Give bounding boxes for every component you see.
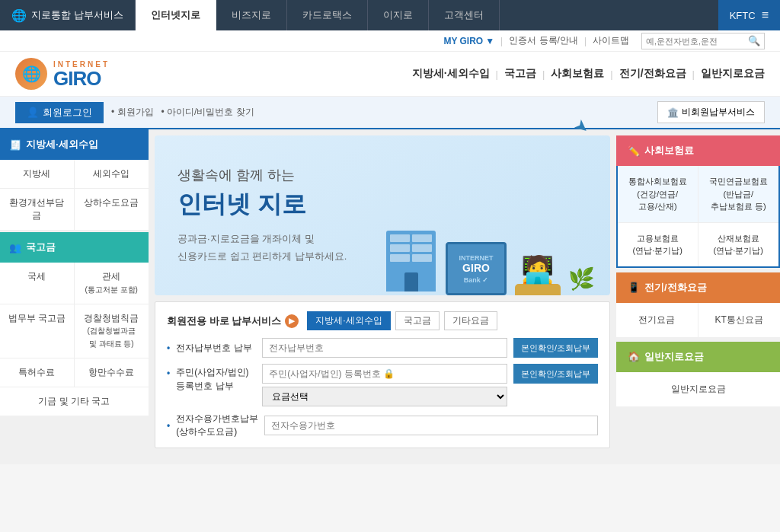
tab-internet-giro[interactable]: 인터넷지로: [136, 0, 216, 30]
sidebar-item-env[interactable]: 환경개선부담금: [0, 189, 75, 230]
sidebar-item-customs[interactable]: 관세(통고처분 포함): [75, 263, 149, 304]
sep4: |: [692, 68, 695, 80]
tab-egiro[interactable]: 이지로: [368, 0, 429, 30]
label-consumer: 전자수용가변호납부(상하수도요금): [176, 413, 258, 438]
giro-globe-icon: 🌐: [15, 58, 47, 90]
payment-row-3: • 전자수용가변호납부(상하수도요금): [167, 413, 598, 438]
arrow-circle-icon: ▶: [285, 314, 299, 328]
tab-cardrotax[interactable]: 카드로택스: [287, 0, 368, 30]
right-item-kt[interactable]: KT통신요금: [698, 303, 781, 337]
search-box[interactable]: 🔍: [641, 33, 765, 49]
resident-inputs: 요금선택: [262, 364, 507, 406]
bullet2: •: [167, 364, 170, 378]
logo-text: 지로통합 납부서비스: [31, 8, 123, 22]
confirm-btn-1[interactable]: 본인확인/조회납부: [513, 338, 598, 358]
sep1: |: [496, 68, 498, 80]
phone-icon: 📱: [628, 282, 640, 293]
right-grid-electricity: 전기요금 KT통신요금: [616, 303, 780, 337]
right-item-general-giro[interactable]: 일반지로요금: [616, 372, 780, 406]
logo-area: 🌐 INTERNET GIRO: [15, 58, 110, 90]
menu-social[interactable]: 사회보험료: [551, 67, 604, 81]
payment-tabs-row: 회원전용 바로 납부서비스 ▶ 지방세·세외수입 국고금 기타요금: [167, 311, 598, 330]
find-id-link[interactable]: • 아이디/비밀번호 찾기: [161, 106, 254, 119]
join-link[interactable]: • 회원가입: [111, 106, 154, 119]
giro-label: GIRO: [53, 68, 110, 88]
right-sidebar: ➤ ✏️ 사회보험료 통합사회보험료(건강/연금/고용/산재) 국민연금보험료(…: [616, 129, 780, 464]
tab-biz-giro[interactable]: 비즈지로: [216, 0, 287, 30]
main-content: 🧾 지방세·세외수입 지방세 세외수입 환경개선부담금 상하수도요금 👥 국고금…: [0, 129, 780, 464]
hero-title: 인터넷 지로: [177, 188, 306, 221]
sidebar-item-harbor[interactable]: 항만수수료: [75, 358, 149, 387]
my-giro-link[interactable]: MY GIRO ▼: [443, 36, 494, 46]
fee-select[interactable]: 요금선택: [262, 387, 507, 406]
consumer-number-input[interactable]: [264, 416, 598, 435]
right-item-employment[interactable]: 고용보험료(연납·분기납): [618, 223, 698, 266]
building-illus: [386, 231, 440, 295]
top-nav-logo[interactable]: 🌐 지로통합 납부서비스: [0, 0, 136, 30]
main-menu: 지방세·세외수입 | 국고금 | 사회보험료 | 전기/전화요금 | 일반지로요…: [412, 67, 765, 81]
home-icon: 🏠: [628, 351, 640, 362]
right-item-electricity[interactable]: 전기요금: [616, 303, 698, 337]
right-item-pension[interactable]: 국민연금보험료(반납금/추납보험료 등): [698, 166, 779, 223]
logo-text-area: INTERNET GIRO: [53, 60, 110, 88]
sidebar-section-local-tax: 🧾 지방세·세외수입 지방세 세외수입 환경개선부담금 상하수도요금: [0, 129, 149, 230]
top-nav: 🌐 지로통합 납부서비스 인터넷지로 비즈지로 카드로택스 이지로 고객센터 K…: [0, 0, 780, 30]
globe-icon: 🌐: [11, 8, 27, 23]
right-section-social: ➤ ✏️ 사회보험료 통합사회보험료(건강/연금/고용/산재) 국민연금보험료(…: [616, 135, 780, 268]
sidebar-item-patent[interactable]: 특허수료: [0, 358, 75, 387]
menu-general[interactable]: 일반지로요금: [701, 67, 765, 81]
sidebar-item-national-tax[interactable]: 국세: [0, 263, 75, 304]
menu-national[interactable]: 국고금: [504, 67, 536, 81]
center-content: 생활속에 함께 하는 인터넷 지로 공과금·지로요금을 개좌이체 및신용카드로 …: [149, 129, 616, 464]
search-input[interactable]: [646, 37, 745, 46]
sidebar-item-fund[interactable]: 기금 및 기타 국고: [0, 387, 149, 416]
resident-number-input[interactable]: [262, 364, 507, 384]
person-icon: 👤: [27, 107, 39, 118]
sidebar-item-extra-tax[interactable]: 세외수입: [75, 160, 149, 189]
sidebar-item-justice[interactable]: 법무부 국고금: [0, 304, 75, 358]
sitemap-link[interactable]: 사이트맵: [593, 34, 629, 47]
payment-tab-local[interactable]: 지방세·세외수입: [307, 311, 390, 330]
kftc-label: KFTC: [730, 10, 756, 21]
payment-row-2: • 주민(사업자/법인)등록번호 납부 요금선택 본인확인/조회납부: [167, 364, 598, 406]
sep2: |: [542, 68, 545, 80]
right-section-general: 🏠 일반지로요금 일반지로요금: [616, 342, 780, 406]
tab-customer-center[interactable]: 고객센터: [429, 0, 500, 30]
member-bar: 👤 회원로그인 • 회원가입 • 아이디/비밀번호 찾기 🏛️ 비회원납부서비스: [0, 97, 780, 129]
building-icon: 🏛️: [667, 107, 679, 118]
payment-tab-other[interactable]: 기타요금: [444, 311, 497, 330]
plant-illus: 🌿: [568, 266, 595, 291]
left-sidebar: 🧾 지방세·세외수입 지방세 세외수입 환경개선부담금 상하수도요금 👥 국고금…: [0, 129, 149, 464]
calc-icon: 🧾: [9, 139, 21, 151]
kftc-area[interactable]: KFTC ≡: [718, 0, 780, 30]
menu-electricity[interactable]: 전기/전화요금: [619, 67, 686, 81]
quick-payment: 회원전용 바로 납부서비스 ▶ 지방세·세외수입 국고금 기타요금 • 전자납부…: [155, 301, 610, 448]
sidebar-item-local-tax[interactable]: 지방세: [0, 160, 75, 189]
menu-icon: ≡: [762, 8, 769, 22]
sidebar-item-water[interactable]: 상하수도요금: [75, 189, 149, 230]
non-member-button[interactable]: 🏛️ 비회원납부서비스: [657, 101, 765, 123]
top-nav-tabs: 인터넷지로 비즈지로 카드로택스 이지로 고객센터: [136, 0, 500, 30]
payment-tab-national[interactable]: 국고금: [395, 311, 440, 330]
elec-payment-input[interactable]: [262, 338, 507, 358]
confirm-btn-2[interactable]: 본인확인/조회납부: [513, 364, 598, 384]
right-header-general: 🏠 일반지로요금: [616, 342, 780, 372]
search-icon[interactable]: 🔍: [748, 35, 760, 46]
bullet1: •: [167, 342, 170, 353]
sidebar-item-police[interactable]: 경찰청범칙금(검찰청벌과금및 과태료 등): [75, 304, 149, 358]
menu-local-tax[interactable]: 지방세·세외수입: [412, 67, 490, 81]
right-item-industrial[interactable]: 산재보험료(연납·분기납): [698, 223, 779, 266]
logo-bar: 🌐 INTERNET GIRO 지방세·세외수입 | 국고금 | 사회보험료 |…: [0, 52, 780, 97]
pencil-icon: ✏️: [628, 145, 640, 157]
hero-subtitle: 생활속에 함께 하는: [177, 166, 295, 184]
hero-banner: 생활속에 함께 하는 인터넷 지로 공과금·지로요금을 개좌이체 및신용카드로 …: [155, 135, 610, 295]
divider1: |: [500, 36, 503, 46]
member-left: 👤 회원로그인 • 회원가입 • 아이디/비밀번호 찾기: [15, 102, 254, 123]
right-grid-social: 통합사회보험료(건강/연금/고용/산재) 국민연금보험료(반납금/추납보험료 등…: [616, 166, 780, 268]
cert-link[interactable]: 인증서 등록/안내: [509, 34, 578, 47]
right-header-electricity: 📱 전기/전화요금: [616, 272, 780, 303]
payment-row-1: • 전자납부번호 납부 본인확인/조회납부: [167, 338, 598, 358]
sep3: |: [610, 68, 612, 80]
login-button[interactable]: 👤 회원로그인: [15, 102, 104, 123]
right-item-integrated[interactable]: 통합사회보험료(건강/연금/고용/산재): [618, 166, 698, 223]
